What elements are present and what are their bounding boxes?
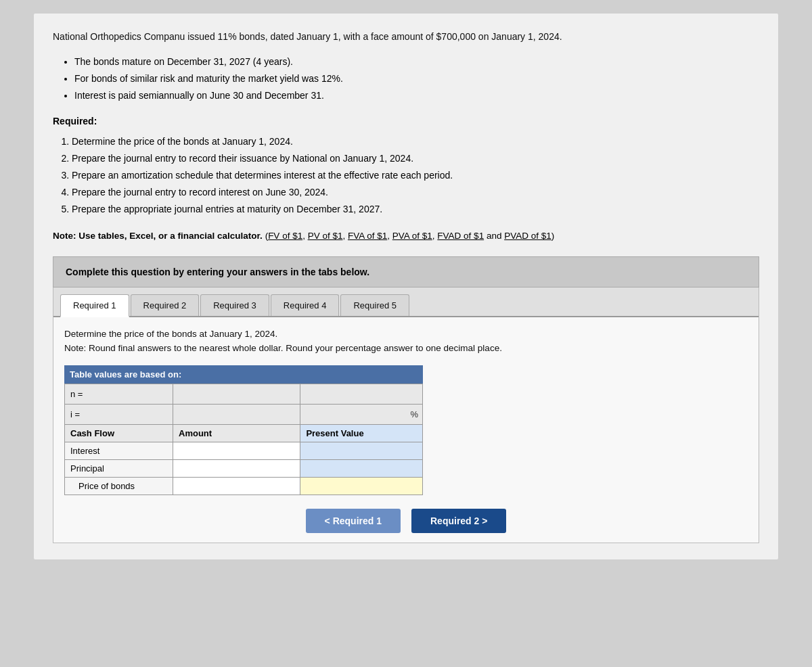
tabs-row: Required 1 Required 2 Required 3 Require… xyxy=(53,288,759,317)
n-label-cell: n = xyxy=(65,384,173,404)
n-empty-cell xyxy=(300,384,423,404)
tab-required-1[interactable]: Required 1 xyxy=(60,294,129,317)
column-header-row: Cash Flow Amount Present Value xyxy=(65,424,423,442)
principal-amount-cell[interactable] xyxy=(173,459,300,477)
tab1-content: Determine the price of the bonds at Janu… xyxy=(53,317,759,543)
numbered-list: Determine the price of the bonds at Janu… xyxy=(53,133,759,218)
i-input-cell[interactable] xyxy=(173,404,300,424)
complete-banner: Complete this question by entering your … xyxy=(53,256,759,288)
principal-amount-input[interactable] xyxy=(179,463,294,474)
interest-pv-cell[interactable] xyxy=(300,442,423,459)
numbered-item-1: Determine the price of the bonds at Janu… xyxy=(72,133,759,150)
bullet-list: The bonds mature on December 31, 2027 (4… xyxy=(53,53,759,105)
i-row: i = xyxy=(65,404,423,424)
interest-amount-input[interactable] xyxy=(179,446,294,456)
pv-link[interactable]: PV of $1 xyxy=(308,231,343,241)
fva-link[interactable]: FVA of $1 xyxy=(348,231,387,241)
required-label: Required: xyxy=(53,116,759,127)
price-pv-cell[interactable] xyxy=(300,477,423,495)
bullet-item-2: For bonds of similar risk and maturity t… xyxy=(74,70,759,87)
n-input[interactable] xyxy=(179,388,294,400)
interest-pv-input[interactable] xyxy=(306,446,417,456)
tab-required-3[interactable]: Required 3 xyxy=(200,294,269,316)
n-row: n = xyxy=(65,384,423,404)
numbered-item-4: Prepare the journal entry to record inte… xyxy=(72,184,759,201)
cash-flow-header: Cash Flow xyxy=(65,424,173,442)
price-label: Price of bonds xyxy=(65,477,173,495)
principal-pv-cell[interactable] xyxy=(300,459,423,477)
interest-amount-cell[interactable] xyxy=(173,442,300,459)
input-table: n = i = xyxy=(64,384,423,495)
prev-button[interactable]: < Required 1 xyxy=(306,509,401,533)
tab-required-4[interactable]: Required 4 xyxy=(271,294,340,316)
i-label-cell: i = xyxy=(65,404,173,424)
nav-buttons: < Required 1 Required 2 > xyxy=(64,509,748,533)
pv-header: Present Value xyxy=(300,424,423,442)
bullet-item-3: Interest is paid semiannually on June 30… xyxy=(74,87,759,104)
tabs-area: Required 1 Required 2 Required 3 Require… xyxy=(53,288,759,543)
numbered-item-3: Prepare an amortization schedule that de… xyxy=(72,167,759,184)
fv-link[interactable]: FV of $1 xyxy=(268,231,302,241)
tab-instruction: Determine the price of the bonds at Janu… xyxy=(64,327,748,356)
i-input[interactable] xyxy=(179,408,294,421)
page-container: National Orthopedics Companu issued 11% … xyxy=(34,14,778,559)
fvad-link[interactable]: FVAD of $1 xyxy=(437,231,484,241)
principal-row: Principal xyxy=(65,459,423,477)
table-header: Table values are based on: xyxy=(64,365,423,384)
intro-paragraph: National Orthopedics Companu issued 11% … xyxy=(53,30,759,44)
interest-row: Interest xyxy=(65,442,423,459)
numbered-item-2: Prepare the journal entry to record thei… xyxy=(72,150,759,167)
next-button[interactable]: Required 2 > xyxy=(411,509,506,533)
price-of-bonds-row: Price of bonds xyxy=(65,477,423,495)
price-amount-cell xyxy=(173,477,300,495)
amount-header: Amount xyxy=(173,424,300,442)
numbered-item-5: Prepare the appropriate journal entries … xyxy=(72,201,759,218)
bullet-item-1: The bonds mature on December 31, 2027 (4… xyxy=(74,53,759,70)
principal-pv-input[interactable] xyxy=(306,463,417,474)
pva-link[interactable]: PVA of $1 xyxy=(392,231,432,241)
pvad-link[interactable]: PVAD of $1 xyxy=(504,231,551,241)
tab-required-2[interactable]: Required 2 xyxy=(131,294,200,316)
percent-cell xyxy=(300,404,423,424)
principal-label: Principal xyxy=(65,459,173,477)
interest-label: Interest xyxy=(65,442,173,459)
n-input-cell[interactable] xyxy=(173,384,300,404)
tab-required-5[interactable]: Required 5 xyxy=(340,294,409,316)
table-section: Table values are based on: n = xyxy=(64,365,748,495)
price-pv-input[interactable] xyxy=(306,481,417,491)
note-text: Note: Use tables, Excel, or a financial … xyxy=(53,229,759,243)
